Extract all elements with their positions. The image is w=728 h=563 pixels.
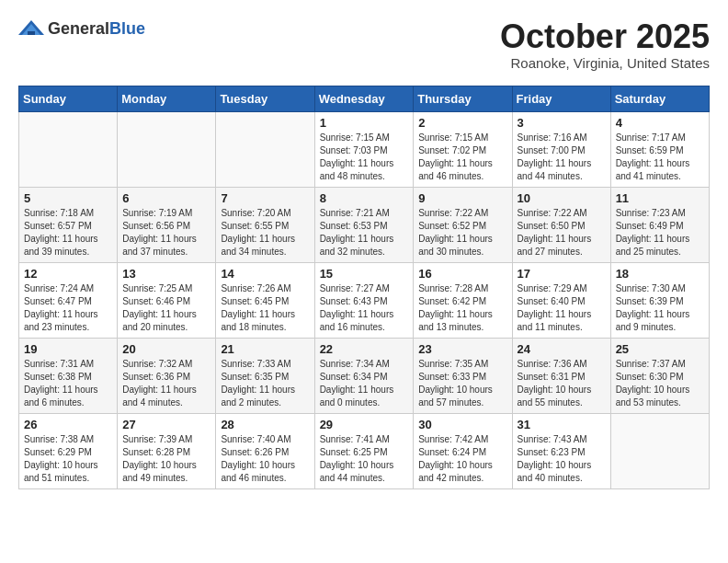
- day-header-thursday: Thursday: [414, 86, 512, 111]
- calendar-cell: 13Sunrise: 7:25 AM Sunset: 6:46 PM Dayli…: [118, 262, 216, 338]
- day-info: Sunrise: 7:36 AM Sunset: 6:31 PM Dayligh…: [518, 358, 606, 409]
- calendar-cell: 22Sunrise: 7:34 AM Sunset: 6:34 PM Dayli…: [314, 338, 414, 413]
- day-info: Sunrise: 7:27 AM Sunset: 6:43 PM Dayligh…: [320, 282, 409, 334]
- day-info: Sunrise: 7:17 AM Sunset: 6:59 PM Dayligh…: [616, 132, 704, 183]
- day-info: Sunrise: 7:16 AM Sunset: 7:00 PM Dayligh…: [518, 132, 606, 183]
- day-number: 13: [122, 267, 210, 281]
- calendar-cell: 20Sunrise: 7:32 AM Sunset: 6:36 PM Dayli…: [118, 338, 216, 413]
- calendar-cell: [610, 413, 709, 488]
- day-number: 27: [122, 418, 210, 431]
- day-number: 16: [418, 267, 506, 281]
- calendar-cell: 27Sunrise: 7:39 AM Sunset: 6:28 PM Dayli…: [118, 413, 216, 488]
- calendar-week-2: 5Sunrise: 7:18 AM Sunset: 6:57 PM Daylig…: [19, 187, 710, 262]
- location: Roanoke, Virginia, United States: [500, 55, 710, 71]
- calendar-cell: 12Sunrise: 7:24 AM Sunset: 6:47 PM Dayli…: [19, 262, 118, 338]
- calendar-week-5: 26Sunrise: 7:38 AM Sunset: 6:29 PM Dayli…: [19, 413, 710, 488]
- day-number: 2: [418, 116, 506, 130]
- calendar-cell: [216, 111, 314, 187]
- calendar-cell: 7Sunrise: 7:20 AM Sunset: 6:55 PM Daylig…: [216, 187, 314, 262]
- day-number: 18: [616, 267, 704, 281]
- calendar-cell: 8Sunrise: 7:21 AM Sunset: 6:53 PM Daylig…: [314, 187, 414, 262]
- day-info: Sunrise: 7:23 AM Sunset: 6:49 PM Dayligh…: [616, 207, 704, 259]
- calendar-cell: 18Sunrise: 7:30 AM Sunset: 6:39 PM Dayli…: [610, 262, 709, 338]
- calendar-week-3: 12Sunrise: 7:24 AM Sunset: 6:47 PM Dayli…: [19, 262, 710, 338]
- day-info: Sunrise: 7:22 AM Sunset: 6:52 PM Dayligh…: [418, 207, 506, 259]
- day-info: Sunrise: 7:39 AM Sunset: 6:28 PM Dayligh…: [122, 433, 210, 485]
- day-info: Sunrise: 7:31 AM Sunset: 6:38 PM Dayligh…: [24, 358, 112, 409]
- day-number: 12: [24, 267, 112, 281]
- day-info: Sunrise: 7:24 AM Sunset: 6:47 PM Dayligh…: [24, 282, 112, 334]
- day-number: 1: [320, 116, 409, 130]
- calendar-cell: 1Sunrise: 7:15 AM Sunset: 7:03 PM Daylig…: [314, 111, 414, 187]
- logo: General Blue: [18, 18, 145, 39]
- calendar-cell: [19, 111, 118, 187]
- calendar-cell: 25Sunrise: 7:37 AM Sunset: 6:30 PM Dayli…: [610, 338, 709, 413]
- day-info: Sunrise: 7:42 AM Sunset: 6:24 PM Dayligh…: [418, 433, 506, 485]
- day-header-saturday: Saturday: [610, 86, 709, 111]
- day-info: Sunrise: 7:41 AM Sunset: 6:25 PM Dayligh…: [320, 433, 409, 485]
- day-number: 25: [616, 342, 704, 356]
- header-row: SundayMondayTuesdayWednesdayThursdayFrid…: [19, 86, 710, 111]
- day-info: Sunrise: 7:20 AM Sunset: 6:55 PM Dayligh…: [221, 207, 309, 259]
- day-number: 20: [122, 342, 210, 356]
- calendar-cell: 11Sunrise: 7:23 AM Sunset: 6:49 PM Dayli…: [610, 187, 709, 262]
- day-info: Sunrise: 7:37 AM Sunset: 6:30 PM Dayligh…: [616, 358, 704, 409]
- day-number: 5: [24, 191, 112, 205]
- calendar-cell: 16Sunrise: 7:28 AM Sunset: 6:42 PM Dayli…: [414, 262, 512, 338]
- calendar-cell: 15Sunrise: 7:27 AM Sunset: 6:43 PM Dayli…: [314, 262, 414, 338]
- day-header-sunday: Sunday: [19, 86, 118, 111]
- day-info: Sunrise: 7:15 AM Sunset: 7:03 PM Dayligh…: [320, 132, 409, 183]
- day-number: 26: [24, 418, 112, 431]
- day-info: Sunrise: 7:18 AM Sunset: 6:57 PM Dayligh…: [24, 207, 112, 259]
- day-info: Sunrise: 7:34 AM Sunset: 6:34 PM Dayligh…: [320, 358, 409, 409]
- day-header-friday: Friday: [512, 86, 610, 111]
- month-title: October 2025: [500, 18, 710, 55]
- day-number: 4: [616, 116, 704, 130]
- calendar-cell: 21Sunrise: 7:33 AM Sunset: 6:35 PM Dayli…: [216, 338, 314, 413]
- calendar-table: SundayMondayTuesdayWednesdayThursdayFrid…: [18, 86, 710, 489]
- day-number: 30: [418, 418, 506, 431]
- calendar-cell: [118, 111, 216, 187]
- day-number: 17: [518, 267, 606, 281]
- calendar-cell: 24Sunrise: 7:36 AM Sunset: 6:31 PM Dayli…: [512, 338, 610, 413]
- day-info: Sunrise: 7:22 AM Sunset: 6:50 PM Dayligh…: [518, 207, 606, 259]
- title-area: October 2025 Roanoke, Virginia, United S…: [500, 18, 710, 71]
- day-header-monday: Monday: [118, 86, 216, 111]
- day-info: Sunrise: 7:19 AM Sunset: 6:56 PM Dayligh…: [122, 207, 210, 259]
- day-header-tuesday: Tuesday: [216, 86, 314, 111]
- calendar-week-1: 1Sunrise: 7:15 AM Sunset: 7:03 PM Daylig…: [19, 111, 710, 187]
- calendar-cell: 30Sunrise: 7:42 AM Sunset: 6:24 PM Dayli…: [414, 413, 512, 488]
- calendar-cell: 17Sunrise: 7:29 AM Sunset: 6:40 PM Dayli…: [512, 262, 610, 338]
- day-info: Sunrise: 7:15 AM Sunset: 7:02 PM Dayligh…: [418, 132, 506, 183]
- calendar-cell: 4Sunrise: 7:17 AM Sunset: 6:59 PM Daylig…: [610, 111, 709, 187]
- day-info: Sunrise: 7:38 AM Sunset: 6:29 PM Dayligh…: [24, 433, 112, 485]
- day-info: Sunrise: 7:35 AM Sunset: 6:33 PM Dayligh…: [418, 358, 506, 409]
- calendar-cell: 14Sunrise: 7:26 AM Sunset: 6:45 PM Dayli…: [216, 262, 314, 338]
- day-info: Sunrise: 7:26 AM Sunset: 6:45 PM Dayligh…: [221, 282, 309, 334]
- day-header-wednesday: Wednesday: [314, 86, 414, 111]
- calendar-cell: 5Sunrise: 7:18 AM Sunset: 6:57 PM Daylig…: [19, 187, 118, 262]
- day-number: 22: [320, 342, 409, 356]
- calendar-cell: 23Sunrise: 7:35 AM Sunset: 6:33 PM Dayli…: [414, 338, 512, 413]
- day-info: Sunrise: 7:40 AM Sunset: 6:26 PM Dayligh…: [221, 433, 309, 485]
- day-info: Sunrise: 7:29 AM Sunset: 6:40 PM Dayligh…: [518, 282, 606, 334]
- day-number: 15: [320, 267, 409, 281]
- day-number: 29: [320, 418, 409, 431]
- calendar-cell: 28Sunrise: 7:40 AM Sunset: 6:26 PM Dayli…: [216, 413, 314, 488]
- day-number: 3: [518, 116, 606, 130]
- day-number: 9: [418, 191, 506, 205]
- calendar-cell: 9Sunrise: 7:22 AM Sunset: 6:52 PM Daylig…: [414, 187, 512, 262]
- day-number: 11: [616, 191, 704, 205]
- calendar-cell: 10Sunrise: 7:22 AM Sunset: 6:50 PM Dayli…: [512, 187, 610, 262]
- day-info: Sunrise: 7:43 AM Sunset: 6:23 PM Dayligh…: [518, 433, 606, 485]
- logo-icon: [18, 18, 44, 39]
- day-number: 14: [221, 267, 309, 281]
- day-number: 31: [518, 418, 606, 431]
- day-number: 24: [518, 342, 606, 356]
- calendar-cell: 2Sunrise: 7:15 AM Sunset: 7:02 PM Daylig…: [414, 111, 512, 187]
- day-number: 21: [221, 342, 309, 356]
- page-header: General Blue October 2025 Roanoke, Virgi…: [18, 18, 710, 71]
- day-info: Sunrise: 7:30 AM Sunset: 6:39 PM Dayligh…: [616, 282, 704, 334]
- calendar-cell: 31Sunrise: 7:43 AM Sunset: 6:23 PM Dayli…: [512, 413, 610, 488]
- day-number: 8: [320, 191, 409, 205]
